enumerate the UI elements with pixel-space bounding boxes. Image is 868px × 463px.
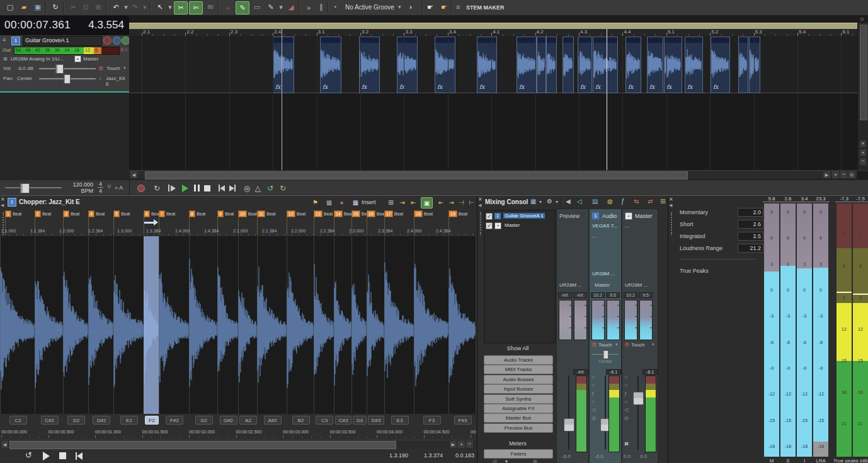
timeline-clip[interactable]: ♪Jazzfx [397,37,418,93]
note-label[interactable]: F#2 [166,416,183,425]
track-name-input[interactable]: Guitar GrooveA 1 [23,36,102,46]
zoom-in-button[interactable]: + [458,441,465,448]
chop-paint-tool-button[interactable]: ✄ [189,1,203,14]
selected-segment-highlight[interactable] [144,236,159,414]
strip-mini-button[interactable]: ◁ [624,407,628,413]
beat-marker[interactable]: 10Beat [238,210,257,217]
scroll-right-button[interactable]: ▶ [450,441,457,448]
insert-send2-icon[interactable]: ⇄ [648,198,653,205]
copy-advance-button[interactable]: ⇥ [397,197,408,207]
chopper-stop-button[interactable] [59,452,66,459]
zoom-out-time-button[interactable]: − [840,171,847,178]
note-label[interactable]: E2 [120,416,138,425]
automation-gear-icon[interactable]: ⚙ [98,65,104,72]
strip-plugin-row[interactable]: ... [625,223,629,229]
insert-fx-icon[interactable]: ▤ [592,198,598,205]
note-label[interactable]: D#3 [368,416,384,425]
beat-marker[interactable]: 12Beat [287,210,306,217]
beat-marker[interactable]: 4Beat [88,210,105,217]
cut-button[interactable]: ✂ [67,1,79,13]
view-filter-button[interactable]: Input Busses [484,384,553,394]
timeline-clip[interactable]: ♪Jazzfx [273,37,294,93]
time-signature-denominator[interactable]: 4 [98,188,103,194]
mixer-strip-audio[interactable]: 1AudioVEGAS T......UR28M ...Master10.29.… [589,209,622,463]
timeline-clip[interactable]: ♪Jazzfx [517,37,537,93]
halve-selection-button[interactable]: ⇤ [436,197,447,207]
stop-button[interactable] [202,183,213,193]
view-layout-dropdown-icon[interactable]: ▾ [539,199,542,205]
strip-fader-track[interactable] [605,375,606,450]
split-tool-button[interactable]: » [302,1,315,13]
strip-mini-button[interactable]: ◁ [591,407,595,413]
insert-send-icon[interactable]: ⇆ [634,198,639,205]
clip-fx-badge[interactable]: fx [666,84,671,90]
strip-mini-button[interactable]: ƒ [591,391,594,396]
beat-marker[interactable]: 17Beat [384,210,403,217]
note-label[interactable]: E3 [391,416,409,425]
view-filter-button[interactable]: Preview Bus [484,423,553,433]
time-signature-numerator[interactable]: 4 [98,181,103,188]
timeline-clip[interactable]: ♪Jazzfx [435,37,455,93]
strip-mini-button[interactable]: ○ [591,382,595,388]
loop-region-button[interactable]: ↺ [265,183,276,193]
center-tool-button[interactable]: ∥ [315,1,328,13]
note-label[interactable]: A#2 [264,416,282,425]
strip-mini-button[interactable]: ○ [591,374,595,380]
shift-left-button[interactable]: ⊣ [456,197,467,207]
faders-button[interactable]: Faders [484,449,553,459]
timeline-clip[interactable]: ♪Jazzfx [647,37,663,93]
strip-device-selector[interactable]: UR28M ... [559,282,582,288]
clip-fx-badge[interactable]: fx [479,84,484,90]
interactive-tutorials-icon[interactable]: ☛ [441,3,447,11]
timeline-clip[interactable]: ♪Jazzfx [685,37,703,93]
chop-tool-button[interactable]: ✂ [174,1,188,14]
strip-mini-button[interactable]: ○ [624,374,627,380]
note-label[interactable]: G2 [195,416,213,425]
timeline-clip[interactable]: ♪Jazz [546,37,557,93]
whats-this-help-icon[interactable]: ☛ [427,3,433,11]
strip-mini-button[interactable]: ◎ [591,415,596,421]
strip-device-selector[interactable]: UR28M ... [625,282,648,288]
save-button[interactable]: ▣ [31,1,44,13]
pan-slider-handle[interactable] [64,74,71,84]
selection-tool-button[interactable]: ▭ [251,1,263,13]
mixer-footer-dim-icon[interactable]: ◎ [533,459,537,463]
mixer-footer-speaker-icon[interactable]: ◁ [493,459,496,463]
strip-automation-dropdown-icon[interactable]: ▾ [615,342,618,347]
fx-automation-icon[interactable]: ƒ [621,198,625,205]
zoom-tool-button[interactable]: ⊙ [848,171,855,178]
erase-groove-icon[interactable]: ◑ [408,3,413,11]
note-label[interactable]: C2 [9,416,27,425]
scroll-left-button[interactable]: ◀ [130,171,137,178]
copy-button[interactable]: ⊡ [79,1,92,13]
window-grip[interactable] [671,212,673,235]
beat-marker[interactable]: 5Beat [113,210,130,217]
copy-back-button[interactable]: ⇤ [408,197,419,207]
timeline-clip[interactable]: ♪Jazzfx [593,37,618,93]
note-label[interactable]: G#2 [220,416,237,425]
chopper-h-scrollbar[interactable]: ◀▶+− [0,440,477,449]
strip-fader-handle[interactable] [564,418,574,432]
arm-record-button[interactable] [103,37,111,45]
clip-fx-badge[interactable]: fx [323,84,328,90]
bus-routing-icon[interactable]: ▪ [74,55,81,62]
beat-marker[interactable]: 13Beat [314,210,333,217]
view-layout-icon[interactable]: ▦ [530,198,536,205]
timeline-clip[interactable]: ♪Jazz [749,37,760,93]
erase-tool-button[interactable]: ◢ [285,1,297,13]
vol-slider-handle[interactable] [55,64,64,74]
mixer-footer-downmix-icon[interactable]: ▾ [505,459,508,463]
play-button[interactable] [180,183,191,193]
paint-clip-selector[interactable]: Jazz_Kit E [106,76,129,87]
mute-button[interactable] [113,37,121,45]
zoom-out-button[interactable]: − [466,441,473,448]
chopper-scroll-thumb[interactable] [9,441,396,449]
stretch-tool-button[interactable]: ⇔ [222,1,234,13]
pause-button[interactable] [191,183,202,193]
chopper-loop-button[interactable]: ↺ [25,450,32,460]
clip-fx-badge[interactable]: fx [275,84,280,90]
link-arrange-button[interactable]: ▣ [421,197,433,209]
track-visible-checkbox[interactable]: ✓ [486,213,493,220]
beat-marker[interactable]: 1Beat [5,210,21,217]
mixer-track-row[interactable]: ✓▪Master [486,222,552,230]
